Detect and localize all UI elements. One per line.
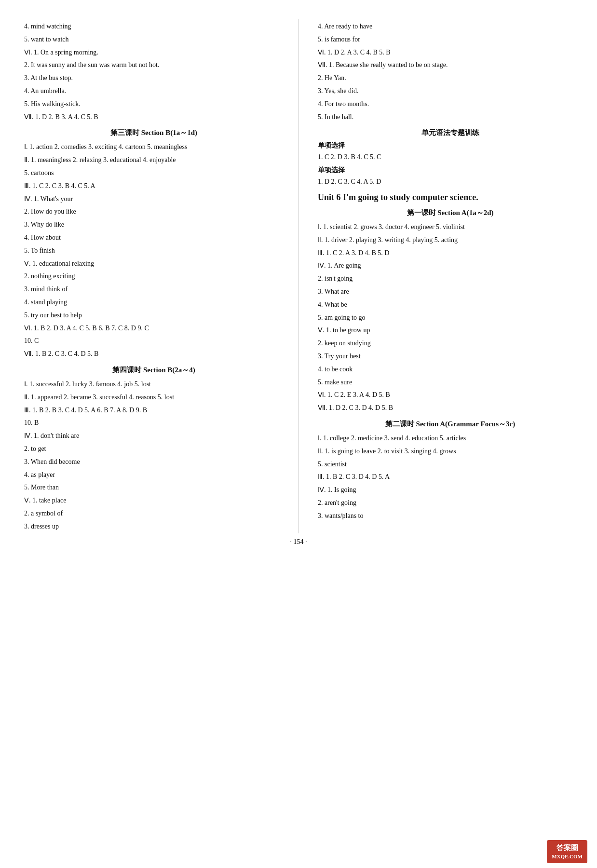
answer-line: Ⅵ. 1. D 2. A 3. C 4. B 5. B [318,47,583,58]
answer-line: 3. What are [318,286,583,298]
answer-line: 4. as player [24,469,284,481]
answer-line: 3. Why do like [24,219,284,231]
answer-line: Ⅰ. 1. scientist 2. grows 3. doctor 4. en… [318,221,583,233]
answer-line: Ⅶ. 1. Because she really wanted to be on… [318,59,583,71]
subsection-title: 单项选择 [318,166,583,175]
answer-line: 5. want to watch [24,34,284,45]
answer-line: 5. try our best to help [24,310,284,321]
answer-line: Ⅶ. 1. B 2. C 3. C 4. D 5. B [24,348,284,360]
answer-line: Ⅶ. 1. D 2. B 3. A 4. C 5. B [24,111,284,123]
answer-line: 2. How do you like [24,206,284,217]
answer-line: 1. C 2. D 3. B 4. C 5. C [318,151,583,163]
answer-line: Ⅶ. 1. D 2. C 3. D 4. D 5. B [318,402,583,414]
answer-line: 2. He Yan. [318,72,583,84]
answer-line: 4. Are ready to have [318,21,583,32]
subsection-title: 单项选择 [318,141,583,150]
answer-line: 10. C [24,335,284,347]
section-title: 第四课时 Section B(2a～4) [24,366,284,375]
answer-line: Ⅲ. 1. C 2. A 3. D 4. B 5. D [318,247,583,259]
answer-line: 5. make sure [318,377,583,388]
answer-line: 5. scientist [318,459,583,470]
answer-line: 3. mind think of [24,284,284,295]
answer-line: 3. When did become [24,456,284,468]
answer-line: Ⅳ. 1. What's your [24,193,284,205]
answer-line: Ⅴ. 1. to be grow up [318,325,583,336]
two-column-layout: 4. mind watching5. want to watchⅥ. 1. On… [0,19,597,533]
answer-line: 5. In the hall. [318,111,583,123]
page-number: · 154 · [0,538,597,546]
answer-line: Ⅵ. 1. B 2. D 3. A 4. C 5. B 6. B 7. C 8.… [24,323,284,334]
answer-line: Ⅱ. 1. is going to leave 2. to visit 3. s… [318,446,583,457]
answer-line: 2. It was sunny and the sun was warm but… [24,59,284,71]
answer-line: Ⅱ. 1. driver 2. playing 3. writing 4. pl… [318,234,583,246]
answer-line: 4. For two months. [318,98,583,110]
section-title: 单元语法专题训练 [318,128,583,137]
answer-line: Ⅲ. 1. B 2. C 3. D 4. D 5. A [318,471,583,483]
answer-line: 4. How about [24,232,284,244]
watermark-line1: 答案圈 [552,843,583,853]
answer-line: 4. to be cook [318,364,583,375]
answer-line: 5. His walking-stick. [24,98,284,110]
answer-line: Ⅲ. 1. B 2. B 3. C 4. D 5. A 6. B 7. A 8.… [24,405,284,416]
answer-line: 5. More than [24,482,284,493]
answer-line: Ⅰ. 1. college 2. medicine 3. send 4. edu… [318,433,583,444]
answer-line: 5. To finish [24,245,284,257]
answer-line: 3. Try your best [318,351,583,362]
answer-line: Ⅴ. 1. educational relaxing [24,258,284,270]
answer-line: 3. Yes, she did. [318,85,583,97]
answer-line: Ⅳ. 1. Are going [318,260,583,271]
answer-line: Ⅱ. 1. appeared 2. became 3. successful 4… [24,392,284,403]
watermark: 答案圈 MXQE.COM [547,840,587,863]
answer-line: 4. An umbrella. [24,85,284,97]
answer-line: 3. wants/plans to [318,510,583,522]
answer-line: Ⅳ. 1. Is going [318,484,583,496]
section-title: 第一课时 Section A(1a～2d) [318,208,583,217]
answer-line: 4. mind watching [24,21,284,32]
answer-line: Ⅱ. 1. meaningless 2. relaxing 3. educati… [24,154,284,166]
answer-line: Ⅰ. 1. action 2. comedies 3. exciting 4. … [24,141,284,153]
answer-line: 2. keep on studying [318,338,583,349]
unit-title: Unit 6 I'm going to study computer scien… [318,192,583,203]
answer-line: 3. At the bus stop. [24,72,284,84]
answer-line: 2. to get [24,443,284,455]
section-title: 第二课时 Section A(Grammar Focus～3c) [318,420,583,429]
answer-line: Ⅴ. 1. take place [24,495,284,506]
answer-line: 5. is famous for [318,34,583,45]
answer-line: Ⅵ. 1. C 2. E 3. A 4. D 5. B [318,389,583,401]
watermark-line2: MXQE.COM [552,853,583,860]
answer-line: 4. stand playing [24,297,284,308]
answer-line: Ⅵ. 1. On a spring morning. [24,47,284,58]
right-column: 4. Are ready to have5. is famous forⅥ. 1… [298,19,597,533]
answer-line: Ⅳ. 1. don't think are [24,430,284,442]
answer-line: 2. a symbol of [24,508,284,519]
answer-line: 5. am going to go [318,312,583,324]
answer-line: 3. dresses up [24,521,284,532]
answer-line: 2. aren't going [318,497,583,509]
answer-line: 2. isn't going [318,273,583,285]
answer-line: Ⅲ. 1. C 2. C 3. B 4. C 5. A [24,180,284,192]
answer-line: 5. cartoons [24,167,284,179]
page: 4. mind watching5. want to watchⅥ. 1. On… [0,0,597,868]
answer-line: 10. B [24,417,284,429]
answer-line: 2. nothing exciting [24,271,284,282]
answer-line: 1. D 2. C 3. C 4. A 5. D [318,176,583,188]
section-title: 第三课时 Section B(1a～1d) [24,128,284,137]
left-column: 4. mind watching5. want to watchⅥ. 1. On… [0,19,298,533]
answer-line: 4. What be [318,299,583,311]
answer-line: Ⅰ. 1. successful 2. lucky 3. famous 4. j… [24,379,284,390]
